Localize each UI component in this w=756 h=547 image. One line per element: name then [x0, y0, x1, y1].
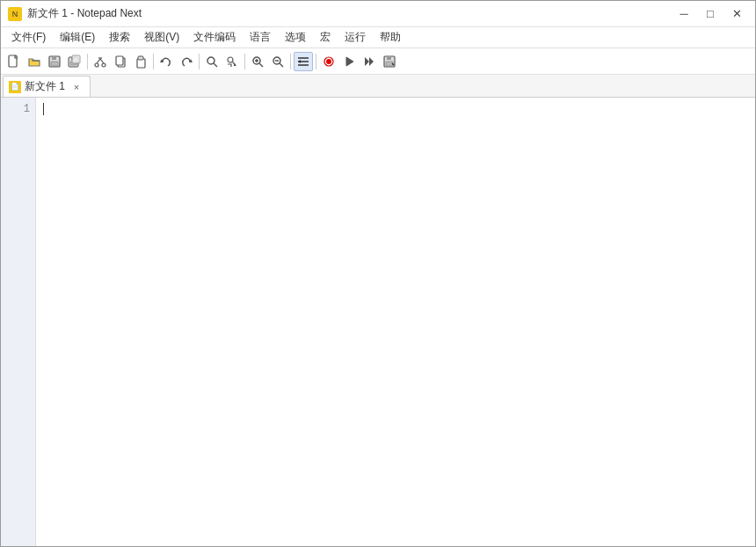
menu-run[interactable]: 运行 [338, 28, 373, 47]
minimize-button[interactable]: ─ [672, 5, 695, 23]
toolbar-saveall-button[interactable] [65, 52, 84, 71]
svg-rect-2 [52, 56, 56, 60]
menu-macro[interactable]: 宏 [313, 28, 338, 47]
line-numbers: 1 [1, 98, 36, 546]
toolbar-playmulti-button[interactable] [360, 52, 379, 71]
toolbar-sep-4 [244, 54, 245, 69]
main-window: N 新文件 1 - Notepad Next ─ □ ✕ 文件(F) 编辑(E)… [0, 0, 756, 547]
close-button[interactable]: ✕ [725, 5, 748, 23]
svg-marker-30 [346, 57, 353, 66]
toolbar-record-button[interactable] [319, 52, 338, 71]
toolbar-sep-3 [199, 54, 200, 69]
maximize-button[interactable]: □ [699, 5, 722, 23]
menu-help[interactable]: 帮助 [373, 28, 408, 47]
svg-line-19 [259, 63, 263, 67]
svg-point-9 [102, 63, 105, 67]
toolbar-new-button[interactable] [4, 52, 24, 71]
toolbar-sep-2 [153, 54, 154, 69]
menu-edit[interactable]: 编辑(E) [53, 28, 102, 47]
toolbar-zoomout-button[interactable] [268, 52, 287, 71]
svg-rect-11 [116, 56, 123, 65]
svg-point-14 [207, 57, 214, 64]
toolbar-savemacro-button[interactable] [380, 52, 399, 71]
svg-rect-13 [138, 56, 143, 60]
svg-line-15 [214, 63, 217, 67]
text-cursor [43, 103, 44, 115]
svg-point-16 [228, 57, 233, 62]
menu-search[interactable]: 搜索 [102, 28, 137, 47]
tab-icon: 📄 [9, 81, 21, 93]
window-controls: ─ □ ✕ [672, 5, 748, 23]
menu-file[interactable]: 文件(F) [4, 28, 53, 47]
svg-point-8 [95, 63, 98, 67]
menu-options[interactable]: 选项 [278, 28, 313, 47]
toolbar-zoomin-button[interactable] [248, 52, 267, 71]
tab-close-button[interactable]: × [70, 81, 83, 93]
titlebar-left: N 新文件 1 - Notepad Next [8, 6, 142, 21]
tab-label: 新文件 1 [25, 79, 65, 94]
svg-rect-34 [387, 56, 391, 60]
editor-content[interactable] [36, 98, 755, 546]
editor-line-1[interactable] [43, 101, 752, 117]
menu-view[interactable]: 视图(V) [137, 28, 186, 47]
app-icon: N [8, 7, 22, 21]
toolbar-undo-button[interactable] [156, 52, 176, 71]
toolbar-redo-button[interactable] [177, 52, 196, 71]
toolbar-paste-button[interactable] [131, 52, 150, 71]
svg-rect-7 [72, 55, 80, 63]
menu-encoding[interactable]: 文件编码 [186, 28, 243, 47]
line-number-1: 1 [1, 101, 30, 117]
svg-line-23 [280, 63, 283, 67]
window-title: 新文件 1 - Notepad Next [27, 6, 142, 21]
toolbar-cut-button[interactable] [91, 52, 110, 71]
svg-point-29 [326, 59, 331, 64]
toolbar-replace-button[interactable] [222, 52, 242, 71]
tabbar: 📄 新文件 1 × [1, 75, 755, 98]
toolbar-copy-button[interactable] [111, 52, 130, 71]
svg-rect-3 [51, 62, 58, 66]
toolbar-play-button[interactable] [339, 52, 359, 71]
editor-container: 1 [1, 98, 755, 546]
svg-marker-32 [369, 57, 374, 66]
menu-language[interactable]: 语言 [243, 28, 278, 47]
toolbar-save-button[interactable] [45, 52, 64, 71]
toolbar-sep-6 [316, 54, 316, 69]
menubar: 文件(F) 编辑(E) 搜索 视图(V) 文件编码 语言 选项 宏 运行 帮助 [1, 27, 755, 48]
svg-marker-31 [365, 57, 369, 66]
toolbar-indent-button[interactable] [294, 52, 313, 71]
toolbar [1, 48, 755, 75]
titlebar: N 新文件 1 - Notepad Next ─ □ ✕ [1, 1, 755, 27]
toolbar-sep-5 [290, 54, 291, 69]
toolbar-open-button[interactable] [25, 52, 44, 71]
toolbar-find-button[interactable] [202, 52, 222, 71]
toolbar-sep-1 [87, 54, 88, 69]
tab-newfile1[interactable]: 📄 新文件 1 × [3, 76, 91, 97]
